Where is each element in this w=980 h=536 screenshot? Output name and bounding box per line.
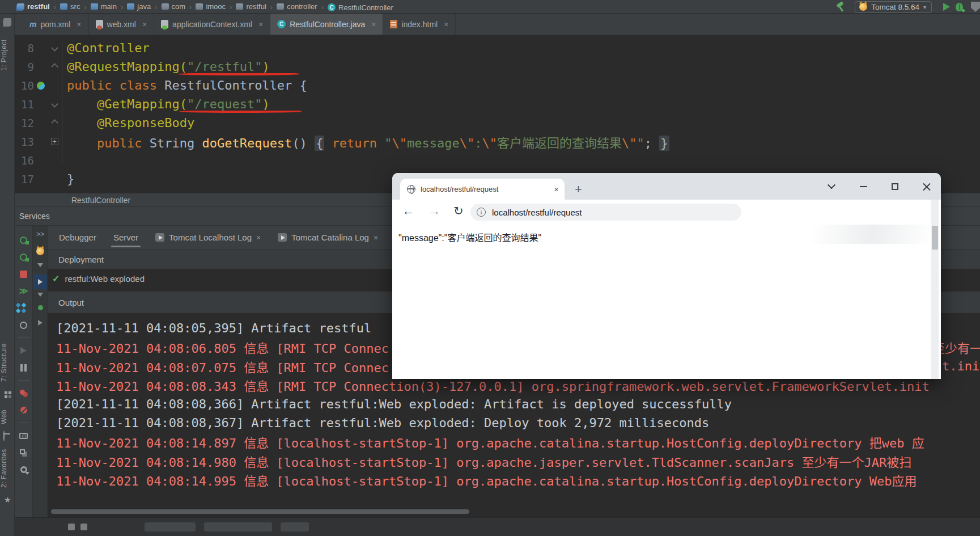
services-tab[interactable]: Server <box>113 226 138 249</box>
code-text: } <box>67 172 74 186</box>
code-line[interactable]: 9@RequestMapping("/restful") <box>15 57 980 76</box>
breadcrumb-item[interactable]: com <box>162 2 186 11</box>
debug-button[interactable] <box>956 3 963 11</box>
services-tab[interactable]: Debugger <box>59 226 96 249</box>
build-hammer-icon[interactable] <box>835 2 846 12</box>
back-button[interactable]: ← <box>402 204 414 218</box>
java-class-icon: C <box>277 20 286 28</box>
sidebar-item-structure[interactable]: 7: Structure <box>0 338 15 387</box>
pause-icon[interactable] <box>19 362 29 373</box>
expand-icon[interactable] <box>33 263 48 267</box>
spring-bean-icon[interactable] <box>37 82 45 90</box>
update-icon[interactable] <box>19 252 29 262</box>
tab-close-icon[interactable]: × <box>444 20 448 29</box>
sidebar-item-web[interactable]: Web <box>0 407 15 427</box>
breadcrumb-label: restful <box>246 2 266 11</box>
tab-close-icon[interactable]: × <box>77 20 81 29</box>
tab-close-icon[interactable]: × <box>374 233 378 242</box>
artifact-label: restful:Web exploded <box>65 274 145 284</box>
run-config-dropdown[interactable]: Tomcat 8.5.64 ▾ <box>855 1 932 13</box>
breadcrumb-item[interactable]: src <box>60 2 80 11</box>
tab-close-icon[interactable]: × <box>258 20 263 29</box>
new-tab-button[interactable]: + <box>575 182 582 197</box>
maximize-button[interactable] <box>886 180 903 193</box>
services-tree[interactable]: >> <box>33 226 48 517</box>
expand-icon[interactable] <box>33 293 48 297</box>
stop-icon[interactable] <box>19 269 29 279</box>
code-line[interactable]: 12 @ResponseBody <box>15 113 980 132</box>
fold-marker-icon[interactable] <box>51 119 58 126</box>
breadcrumb-item[interactable]: restful <box>236 2 266 11</box>
tab-close-icon[interactable]: × <box>256 233 261 242</box>
close-button[interactable] <box>918 180 935 193</box>
forward-button[interactable]: → <box>429 204 440 218</box>
layers-icon[interactable] <box>19 448 29 458</box>
tomcat-node-icon[interactable] <box>33 247 48 255</box>
run-button[interactable] <box>943 3 950 11</box>
breadcrumb-item[interactable]: imooc <box>196 2 226 11</box>
browser-titlebar[interactable]: localhost/restful/request × + <box>392 173 941 200</box>
scrollbar-thumb[interactable] <box>932 226 938 250</box>
browser-scrollbar[interactable] <box>931 200 939 379</box>
editor-tab[interactable]: index.html× <box>383 14 456 35</box>
code-editor[interactable]: 8@Controller9@RequestMapping("/restful")… <box>15 35 980 193</box>
breadcrumb-item[interactable]: CRestfulController <box>328 3 393 12</box>
code-line[interactable]: 13+ public String doGetRequest() { retur… <box>15 132 980 151</box>
diamonds-icon[interactable] <box>19 303 29 313</box>
resume-icon[interactable] <box>19 345 29 356</box>
toolbar-separator <box>18 380 29 381</box>
code-line[interactable]: 11 @GetMapping("/request") <box>15 95 980 113</box>
services-tab[interactable]: Tomcat Localhost Log× <box>155 226 261 249</box>
settings-icon[interactable] <box>19 465 29 475</box>
mute-breakpoints-icon[interactable] <box>19 405 29 415</box>
editor-tab[interactable]: mpom.xml× <box>23 14 89 35</box>
breadcrumb-item[interactable]: controller <box>277 2 317 11</box>
collapsed-node-icon[interactable] <box>33 320 48 326</box>
code-text: @GetMapping("/request") <box>67 97 270 111</box>
structure-icon <box>5 391 7 394</box>
show-options-icon[interactable]: >> <box>33 230 48 238</box>
folder-icon <box>196 3 203 10</box>
rerun-icon[interactable] <box>19 235 29 245</box>
reload-button[interactable]: ↻ <box>453 204 464 218</box>
screenshot-icon[interactable] <box>19 431 29 441</box>
status-icon[interactable] <box>80 524 87 530</box>
editor-tab[interactable]: web.xml× <box>89 14 155 35</box>
services-tab-label: Server <box>113 233 138 242</box>
code-line[interactable]: 8@Controller <box>15 39 980 57</box>
sidebar-item-project[interactable]: 1: Project <box>0 29 15 81</box>
code-line[interactable]: 16 <box>15 151 980 170</box>
fold-marker-icon[interactable] <box>51 44 58 52</box>
fold-marker-icon[interactable] <box>51 63 58 70</box>
selected-tree-row[interactable] <box>33 275 48 289</box>
breadcrumb-label: imooc <box>206 2 226 11</box>
chevron-down-icon[interactable] <box>823 180 840 193</box>
code-line[interactable]: 10public class RestfulController { <box>15 76 980 95</box>
thread-dump-icon[interactable] <box>19 388 29 398</box>
editor-tab[interactable]: applicationContext.xml× <box>154 14 270 35</box>
tab-close-icon[interactable]: × <box>142 20 147 29</box>
breadcrumb-item[interactable]: main <box>91 2 117 11</box>
status-icon[interactable] <box>68 524 75 530</box>
coverage-icon[interactable] <box>971 2 980 12</box>
deploy-icon[interactable]: ≫ <box>19 286 29 296</box>
refresh-icon[interactable] <box>19 320 29 330</box>
services-tab[interactable]: Tomcat Catalina Log× <box>278 226 378 249</box>
site-info-icon[interactable]: i <box>477 208 486 217</box>
project-icon[interactable] <box>3 18 11 26</box>
breadcrumb-item[interactable]: restful <box>17 2 50 11</box>
browser-tab[interactable]: localhost/restful/request × <box>400 179 565 200</box>
fold-marker-icon[interactable] <box>51 100 58 108</box>
services-tab-label: Tomcat Localhost Log <box>169 233 252 242</box>
fold-expand-icon[interactable]: + <box>51 138 58 145</box>
minimize-button[interactable] <box>855 180 872 193</box>
deployment-label: Deployment <box>58 255 104 264</box>
tab-close-icon[interactable]: × <box>554 184 559 194</box>
breadcrumb-items: restful›src›main›java›com›imooc›restful›… <box>17 2 393 12</box>
editor-tab[interactable]: CRestfulController.java× <box>270 14 383 35</box>
address-bar[interactable]: i localhost/restful/request <box>470 204 741 221</box>
horizontal-scrollbar[interactable] <box>51 509 469 514</box>
tab-close-icon[interactable]: × <box>371 20 376 29</box>
sidebar-item-favorites[interactable]: 2: Favorites <box>0 446 15 491</box>
breadcrumb-item[interactable]: java <box>127 2 151 11</box>
